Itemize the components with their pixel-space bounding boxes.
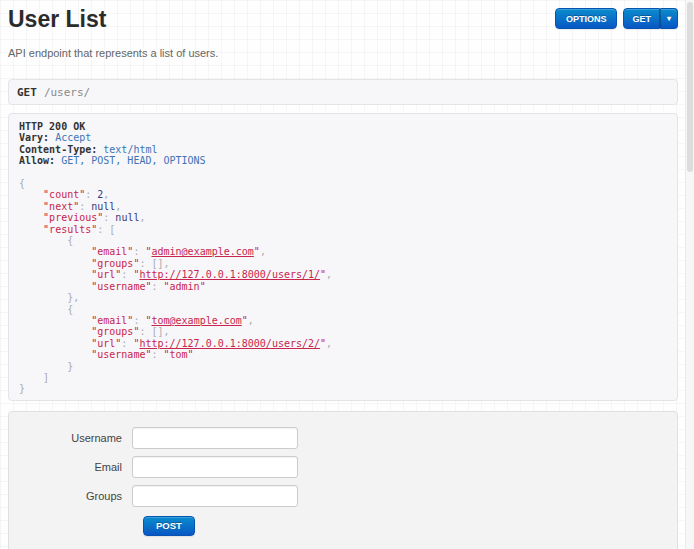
- code-token-pun: ]: [19, 372, 49, 383]
- response-link[interactable]: admin@example.com: [151, 246, 253, 257]
- code-token-lit: null: [91, 201, 115, 212]
- username-label: Username: [24, 427, 132, 449]
- code-token-pun: [19, 224, 43, 235]
- code-token-str: "count": [43, 189, 85, 200]
- code-token-pun: {: [19, 178, 25, 189]
- code-token-pun: :: [103, 212, 115, 223]
- form-submit-row: POST: [24, 515, 662, 536]
- code-token-pun: ,: [248, 315, 254, 326]
- code-token-pun: }: [19, 383, 25, 394]
- code-token-val: GET, POST, HEAD, OPTIONS: [55, 155, 206, 166]
- code-token-pun: [19, 212, 43, 223]
- code-token-pun: ,: [326, 338, 332, 349]
- request-path: /users/: [44, 86, 90, 99]
- code-token-pun: [19, 246, 91, 257]
- form-row: Username: [24, 427, 662, 449]
- code-token-pun: :: [85, 189, 97, 200]
- code-token-pun: [19, 189, 43, 200]
- code-token-str: "next": [43, 201, 79, 212]
- form-row: Email: [24, 456, 662, 478]
- code-token-pun: [19, 315, 91, 326]
- get-dropdown-toggle[interactable]: ▾: [660, 8, 678, 29]
- code-token-pun: : [: [97, 224, 115, 235]
- code-token-pun: [19, 326, 91, 337]
- scrollbar[interactable]: [685, 0, 694, 549]
- code-token-hdr: Content-Type:: [19, 144, 97, 155]
- header-actions: OPTIONS GET ▾: [555, 8, 678, 29]
- page-title: User List: [8, 6, 106, 33]
- post-form: Username Email Groups POST: [8, 411, 678, 549]
- code-token-str: "url": [91, 338, 121, 349]
- code-token-hdr: HTTP 200 OK: [19, 121, 85, 132]
- code-token-pun: :: [121, 269, 133, 280]
- code-token-pun: {: [19, 235, 73, 246]
- response-link[interactable]: http://127.0.0.1:8000/users/1/: [139, 269, 320, 280]
- code-token-hdr: Allow:: [19, 155, 55, 166]
- form-row: Groups: [24, 485, 662, 507]
- code-token-val: text/html: [97, 144, 157, 155]
- code-token-str: "email": [91, 315, 133, 326]
- code-token-str: "admin": [164, 281, 206, 292]
- code-token-pun: :: [151, 349, 163, 360]
- page-header: User List OPTIONS GET ▾: [8, 6, 678, 33]
- code-token-pun: ,: [139, 212, 145, 223]
- code-token-pun: ,: [326, 269, 332, 280]
- code-token-val: Accept: [49, 132, 91, 143]
- code-token-lit: null: [115, 212, 139, 223]
- code-token-pun: }: [19, 361, 73, 372]
- endpoint-description: API endpoint that represents a list of u…: [8, 47, 678, 59]
- code-token-pun: ,: [260, 246, 266, 257]
- code-token-pun: [19, 349, 91, 360]
- code-token-pun: ,: [103, 189, 109, 200]
- code-token-str: "groups": [91, 258, 139, 269]
- code-token-str: "email": [91, 246, 133, 257]
- code-token-str: "url": [91, 269, 121, 280]
- response-link[interactable]: tom@example.com: [151, 315, 241, 326]
- options-button[interactable]: OPTIONS: [555, 8, 618, 29]
- response-link[interactable]: http://127.0.0.1:8000/users/2/: [139, 338, 320, 349]
- request-bar: GET /users/: [8, 79, 678, 105]
- caret-down-icon: ▾: [667, 14, 671, 23]
- code-token-pun: :: [151, 281, 163, 292]
- scrollbar-thumb[interactable]: [687, 2, 693, 172]
- code-token-hdr: Vary:: [19, 132, 49, 143]
- code-token-str: "results": [43, 224, 97, 235]
- username-input[interactable]: [132, 427, 298, 449]
- email-input[interactable]: [132, 456, 298, 478]
- code-token-pun: ,: [115, 201, 121, 212]
- code-token-pun: : [],: [139, 326, 169, 337]
- code-token-pun: [19, 258, 91, 269]
- groups-input[interactable]: [132, 485, 298, 507]
- request-method: GET: [17, 86, 37, 99]
- code-token-pun: :: [121, 338, 133, 349]
- code-token-pun: :: [133, 246, 145, 257]
- response-panel: HTTP 200 OK Vary: Accept Content-Type: t…: [8, 113, 678, 401]
- code-token-pun: [19, 338, 91, 349]
- code-token-pun: {: [19, 304, 73, 315]
- groups-label: Groups: [24, 485, 132, 507]
- code-token-str: "previous": [43, 212, 103, 223]
- code-token-pun: :: [133, 315, 145, 326]
- main-content: User List OPTIONS GET ▾ API endpoint tha…: [8, 0, 678, 549]
- code-token-str: "tom": [164, 349, 194, 360]
- response-body: HTTP 200 OK Vary: Accept Content-Type: t…: [19, 121, 667, 395]
- code-token-pun: },: [19, 292, 79, 303]
- code-token-pun: :: [79, 201, 91, 212]
- code-token-pun: : [],: [139, 258, 169, 269]
- get-split-button: GET ▾: [623, 8, 678, 29]
- code-token-str: "username": [91, 349, 151, 360]
- email-label: Email: [24, 456, 132, 478]
- code-token-pun: [19, 281, 91, 292]
- post-button[interactable]: POST: [143, 516, 195, 536]
- code-token-pun: [19, 269, 91, 280]
- code-token-str: "groups": [91, 326, 139, 337]
- code-token-pun: [19, 201, 43, 212]
- get-button[interactable]: GET: [623, 8, 660, 29]
- code-token-str: "username": [91, 281, 151, 292]
